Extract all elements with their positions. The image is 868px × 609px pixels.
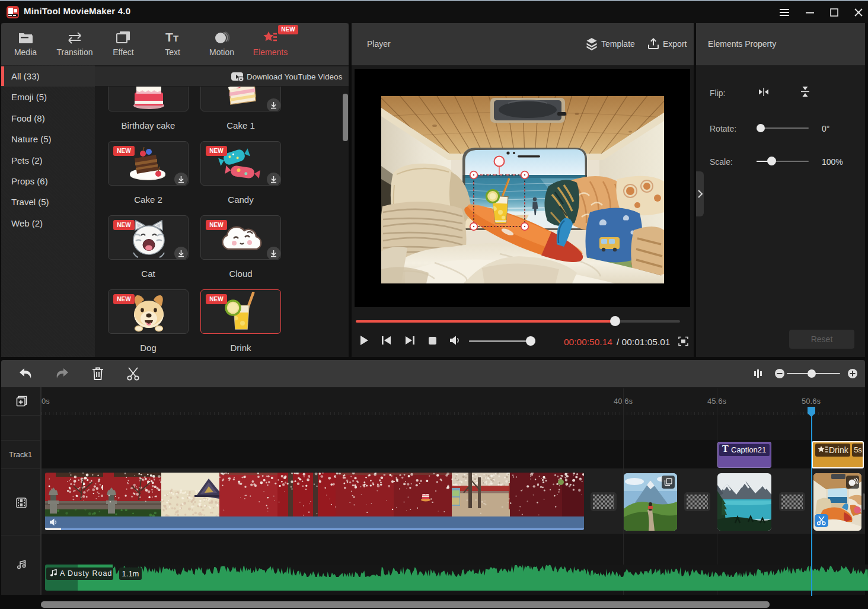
svg-text:T: T xyxy=(165,30,173,44)
svg-text:T: T xyxy=(173,33,178,43)
